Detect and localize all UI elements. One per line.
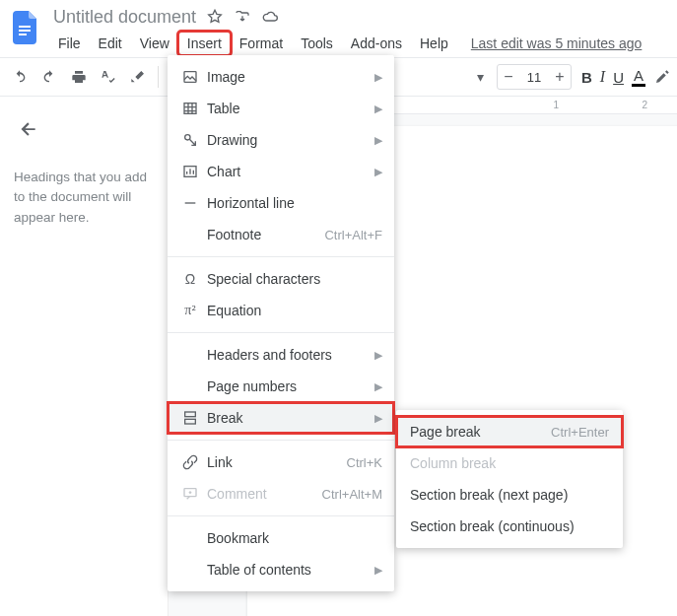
submenu-section-next[interactable]: Section break (next page): [396, 479, 623, 511]
menu-divider: [168, 256, 394, 257]
doc-title[interactable]: Untitled document: [49, 7, 200, 28]
svg-rect-1: [19, 30, 31, 32]
menu-label: Page numbers: [203, 378, 374, 394]
menu-item-bookmark[interactable]: Bookmark: [168, 522, 394, 554]
menu-item-image[interactable]: Image ▶: [168, 61, 394, 93]
menu-item-special-chars[interactable]: Ω Special characters: [168, 263, 394, 295]
menu-item-equation[interactable]: π² Equation: [168, 295, 394, 326]
menu-divider: [168, 440, 394, 441]
omega-icon: Ω: [177, 271, 203, 287]
underline-button[interactable]: U: [613, 69, 624, 86]
menu-view[interactable]: View: [131, 32, 178, 55]
svg-rect-7: [185, 412, 196, 417]
menubar: File Edit View Insert Format Tools Add-o…: [49, 30, 669, 57]
submenu-label: Section break (continuous): [410, 518, 609, 534]
highlight-button[interactable]: [653, 68, 671, 86]
redo-button[interactable]: [35, 63, 63, 91]
italic-button[interactable]: I: [600, 68, 605, 86]
menu-label: Chart: [203, 164, 374, 179]
menu-help[interactable]: Help: [411, 32, 457, 55]
menu-label: Link: [203, 454, 347, 470]
menu-divider: [168, 332, 394, 333]
menu-label: Image: [203, 69, 374, 85]
submenu-label: Page break: [410, 424, 551, 440]
menu-item-link[interactable]: Link Ctrl+K: [168, 446, 394, 478]
menu-item-comment: Comment Ctrl+Alt+M: [168, 478, 394, 510]
submenu-section-continuous[interactable]: Section break (continuous): [396, 511, 623, 542]
menu-shortcut: Ctrl+K: [347, 455, 382, 470]
outline-placeholder: Headings that you add to the document wi…: [14, 168, 154, 228]
menu-edit[interactable]: Edit: [90, 32, 131, 55]
text-color-button[interactable]: A: [632, 67, 645, 87]
break-submenu: Page break Ctrl+Enter Column break Secti…: [396, 410, 623, 548]
menu-item-page-numbers[interactable]: Page numbers ▶: [168, 371, 394, 402]
submenu-column-break: Column break: [396, 447, 623, 479]
undo-button[interactable]: [6, 63, 34, 91]
menu-item-table[interactable]: Table ▶: [168, 93, 394, 124]
style-dropdown-arrow[interactable]: ▾: [467, 63, 495, 91]
menu-file[interactable]: File: [49, 32, 90, 55]
font-size-control[interactable]: − 11 +: [497, 64, 572, 90]
menu-label: Drawing: [203, 132, 374, 148]
link-icon: [177, 454, 203, 470]
docs-logo[interactable]: [8, 6, 43, 49]
menu-item-horizontal-line[interactable]: Horizontal line: [168, 187, 394, 219]
menu-item-break[interactable]: Break ▶: [168, 402, 394, 434]
comment-icon: [177, 486, 203, 502]
horizontal-line-icon: [177, 195, 203, 211]
menu-divider: [168, 515, 394, 516]
font-size-value[interactable]: 11: [519, 70, 549, 85]
submenu-arrow-icon: ▶: [374, 380, 382, 393]
move-icon[interactable]: [234, 8, 251, 26]
ruler-tick: 2: [642, 100, 647, 110]
submenu-page-break[interactable]: Page break Ctrl+Enter: [396, 416, 623, 447]
submenu-arrow-icon: ▶: [374, 103, 382, 115]
menu-item-footnote[interactable]: Footnote Ctrl+Alt+F: [168, 219, 394, 250]
menu-shortcut: Ctrl+Alt+F: [324, 228, 382, 242]
menu-format[interactable]: Format: [231, 32, 292, 55]
menu-item-drawing[interactable]: Drawing ▶: [168, 124, 394, 156]
increase-font-button[interactable]: +: [549, 68, 571, 86]
decrease-font-button[interactable]: −: [498, 68, 519, 86]
menu-item-toc[interactable]: Table of contents ▶: [168, 554, 394, 585]
menu-tools[interactable]: Tools: [292, 32, 342, 55]
submenu-arrow-icon: ▶: [374, 349, 382, 362]
submenu-arrow-icon: ▶: [374, 564, 382, 577]
bold-button[interactable]: B: [581, 69, 592, 86]
menu-label: Table: [203, 101, 374, 116]
menu-shortcut: Ctrl+Alt+M: [322, 487, 382, 502]
menu-label: Break: [203, 410, 374, 426]
menu-label: Horizontal line: [203, 195, 382, 211]
image-icon: [177, 69, 203, 85]
menu-label: Comment: [203, 486, 322, 502]
cloud-icon[interactable]: [261, 8, 279, 26]
pi-icon: π²: [177, 303, 203, 318]
menu-addons[interactable]: Add-ons: [342, 32, 411, 55]
outline-panel: Headings that you add to the document wi…: [0, 97, 168, 616]
submenu-arrow-icon: ▶: [374, 134, 382, 147]
menu-label: Footnote: [203, 227, 324, 242]
outline-back-button[interactable]: [14, 114, 43, 144]
paint-format-button[interactable]: [124, 63, 152, 91]
menu-item-headers-footers[interactable]: Headers and footers ▶: [168, 339, 394, 371]
svg-rect-8: [185, 419, 196, 424]
print-button[interactable]: [65, 63, 93, 91]
insert-menu: Image ▶ Table ▶ Drawing ▶ Chart ▶ Horizo…: [168, 55, 394, 591]
spellcheck-button[interactable]: [95, 63, 122, 91]
menu-label: Table of contents: [203, 562, 374, 578]
menu-item-chart[interactable]: Chart ▶: [168, 156, 394, 187]
menu-label: Equation: [203, 303, 382, 318]
menu-insert[interactable]: Insert: [178, 32, 231, 55]
break-icon: [177, 410, 203, 426]
drawing-icon: [177, 132, 203, 148]
ruler-tick: 1: [553, 100, 559, 110]
svg-rect-4: [184, 103, 196, 114]
last-edit-link[interactable]: Last edit was 5 minutes ago: [471, 35, 643, 51]
menu-label: Headers and footers: [203, 347, 374, 363]
svg-rect-0: [19, 26, 31, 28]
submenu-arrow-icon: ▶: [374, 71, 382, 84]
star-icon[interactable]: [206, 8, 224, 26]
svg-rect-2: [19, 34, 27, 35]
submenu-label: Column break: [410, 455, 609, 471]
svg-point-5: [185, 135, 190, 140]
